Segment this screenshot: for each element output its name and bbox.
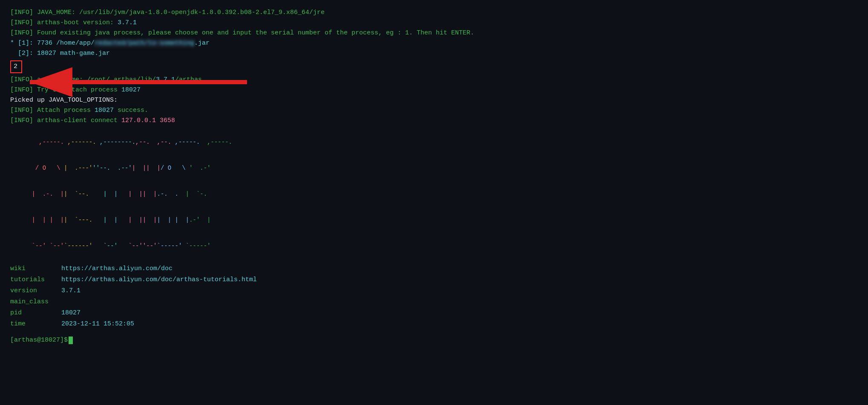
terminal-cursor (69, 337, 73, 344)
banner-row-2: / O \ | .---'''--. .--'| || |/ O \ ' .-' (10, 155, 858, 181)
info-text-9: Attach process 18027 success. (33, 107, 148, 114)
info-tag-6: [INFO] (10, 76, 33, 83)
arthas-ascii-banner: ,-----. ,------. ,--------.,--. ,--. ,--… (10, 129, 858, 259)
info-key-pid: pid (10, 308, 61, 318)
info-text-10: arthas-client connect 127.0.0.1 3658 (33, 117, 175, 124)
log-line-10: [INFO] arthas-client connect 127.0.0.1 3… (10, 116, 858, 126)
info-row-wiki: wiki https://arthas.aliyun.com/doc (10, 264, 858, 274)
info-text-7: Try to attach process 18027 (33, 86, 141, 94)
info-tag-10: [INFO] (10, 117, 33, 124)
input-value: 2 (10, 60, 22, 73)
process-line-1: * [1]: 7736 /home/app/redacted/path/to-s… (10, 38, 858, 48)
info-tag-3: [INFO] (10, 29, 33, 37)
info-text-3: Found existing java process, please choo… (33, 29, 474, 37)
process-2-text: 18027 math-game.jar (37, 50, 110, 57)
info-text-2: arthas-boot version: 3.7.1 (33, 19, 137, 26)
info-key-time: time (10, 319, 61, 329)
info-tag-1: [INFO] (10, 9, 33, 16)
info-val-wiki: https://arthas.aliyun.com/doc (61, 264, 172, 274)
info-tag-2: [INFO] (10, 19, 33, 26)
info-val-time: 2023-12-11 15:52:05 (61, 319, 134, 329)
info-val-pid: 18027 (61, 308, 80, 318)
log-line-8: Picked up JAVA_TOOL_OPTIONS: (10, 95, 858, 106)
log-line-2: [INFO] arthas-boot version: 3.7.1 (10, 18, 858, 28)
info-key-main-class: main_class (10, 297, 61, 307)
info-row-tutorials: tutorials https://arthas.aliyun.com/doc/… (10, 275, 858, 285)
info-row-version: version 3.7.1 (10, 286, 858, 296)
log-line-9: [INFO] Attach process 18027 success. (10, 106, 858, 116)
info-text-6: arthas home: /root/.arthas/lib/3.7.1/art… (33, 76, 202, 83)
info-val-version: 3.7.1 (61, 286, 80, 296)
info-row-main-class: main_class (10, 297, 858, 307)
process-line-2: [2]: 18027 math-game.jar (10, 48, 858, 59)
info-val-tutorials: https://arthas.aliyun.com/doc/arthas-tut… (61, 275, 257, 285)
arthas-info-section: wiki https://arthas.aliyun.com/doc tutor… (10, 264, 858, 329)
log-line-3: [INFO] Found existing java process, plea… (10, 28, 858, 38)
info-tag-9: [INFO] (10, 107, 33, 114)
info-key-wiki: wiki (10, 264, 61, 274)
info-tag-7: [INFO] (10, 86, 33, 94)
info-key-version: version (10, 286, 61, 296)
prompt-text: [arthas@18027]$ (10, 335, 68, 345)
terminal-prompt[interactable]: [arthas@18027]$ (10, 335, 858, 345)
process-1-text: 7736 /home/app/redacted/path/to-somethin… (37, 40, 210, 47)
info-row-pid: pid 18027 (10, 308, 858, 318)
terminal-window: [INFO] JAVA_HOME: /usr/lib/jvm/java-1.8.… (0, 0, 868, 353)
banner-row-1: ,-----. ,------. ,--------.,--. ,--. ,--… (10, 129, 858, 155)
info-row-time: time 2023-12-11 15:52:05 (10, 319, 858, 329)
log-line-6: [INFO] arthas home: /root/.arthas/lib/3.… (10, 75, 858, 85)
log-line-7: [INFO] Try to attach process 18027 (10, 85, 858, 95)
banner-row-4: | | | || `---. | | | || || | | |.-' | (10, 207, 858, 233)
process-2: [2]: (10, 50, 37, 57)
log-line-1: [INFO] JAVA_HOME: /usr/lib/jvm/java-1.8.… (10, 8, 858, 18)
info-text-1: JAVA_HOME: /usr/lib/jvm/java-1.8.0-openj… (33, 9, 325, 16)
info-key-tutorials: tutorials (10, 275, 61, 285)
user-input-line[interactable]: 2 (10, 60, 858, 73)
banner-row-5: `--' `--'`------' `--' `--''--'`-----' `… (10, 233, 858, 259)
banner-row-3: | .-. || `--. | | | || |.-. . | `-. (10, 181, 858, 207)
process-star: * [1]: (10, 40, 37, 47)
